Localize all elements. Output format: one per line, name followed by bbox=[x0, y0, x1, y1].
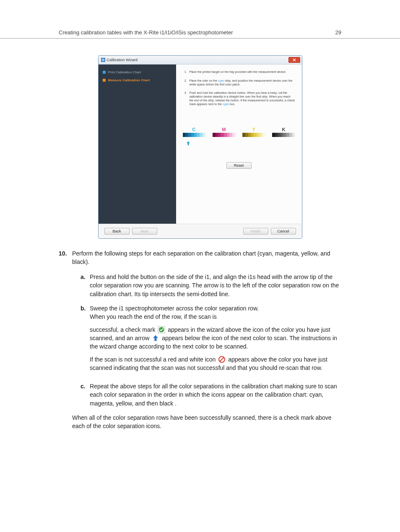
substep-text: When you reach the end of the row, if th… bbox=[90, 313, 217, 320]
instruction-text: Place the printed target on the tray pro… bbox=[190, 70, 286, 74]
substep-label: b. bbox=[81, 304, 90, 376]
instruction-item: 1. Place the printed target on the tray … bbox=[183, 70, 295, 74]
next-button[interactable]: Next bbox=[132, 228, 157, 235]
svg-line-5 bbox=[220, 357, 224, 362]
sidebar-item-print-chart[interactable]: Print Calibration Chart bbox=[103, 70, 172, 74]
strip-bar bbox=[242, 133, 265, 137]
instruction-number: 2. bbox=[183, 79, 187, 87]
sidebar-item-label: Print Calibration Chart bbox=[108, 70, 141, 74]
substep-label: c. bbox=[81, 382, 90, 408]
page-header-title: Creating calibration tables with the X-R… bbox=[59, 29, 233, 36]
titlebar: Calibration Wizard bbox=[99, 56, 302, 65]
prohibited-icon bbox=[218, 356, 226, 363]
current-strip-arrow-icon bbox=[186, 141, 295, 146]
instruction-text: Place the ruler on the cyan strip, and p… bbox=[190, 79, 295, 87]
strip-letter: Y bbox=[242, 127, 265, 132]
final-paragraph: When all of the color separation rows ha… bbox=[72, 413, 341, 431]
substep-text: If the scan is not successful a red and … bbox=[90, 356, 216, 363]
strip-cyan: C bbox=[183, 127, 205, 137]
substep-b: b. Sweep the i1 spectrophotometer across… bbox=[81, 304, 341, 376]
strip-bar bbox=[213, 133, 235, 137]
strip-bar bbox=[183, 133, 205, 137]
svg-point-3 bbox=[159, 327, 164, 332]
strip-letter: C bbox=[183, 127, 205, 132]
sidebar-item-measure-chart[interactable]: Measure Calibration Chart bbox=[103, 78, 172, 82]
step-10: 10. Perform the following steps for each… bbox=[59, 250, 341, 436]
strip-letter: K bbox=[272, 127, 295, 132]
substep-label: a. bbox=[81, 273, 90, 298]
instruction-number: 1. bbox=[183, 70, 187, 74]
step-number: 10. bbox=[59, 250, 72, 436]
color-strip-row: C M Y bbox=[183, 127, 295, 137]
arrow-up-icon bbox=[152, 334, 159, 342]
sidebar-item-label: Measure Calibration Chart bbox=[108, 78, 150, 82]
finish-button[interactable]: Finish bbox=[243, 228, 268, 235]
close-icon bbox=[293, 58, 296, 62]
strip-magenta: M bbox=[213, 127, 235, 137]
calibration-wizard-window: Calibration Wizard Print Calibration Cha… bbox=[98, 55, 302, 239]
wizard-footer: Back Next Finish Cancel bbox=[99, 224, 302, 238]
strip-black: K bbox=[272, 127, 295, 137]
wizard-main-panel: 1. Place the printed target on the tray … bbox=[176, 65, 302, 224]
step-text: Perform the following steps for each sep… bbox=[72, 250, 341, 266]
cancel-button[interactable]: Cancel bbox=[271, 228, 296, 235]
step-marker-icon bbox=[103, 71, 106, 74]
window-title: Calibration Wizard bbox=[107, 58, 288, 62]
substep-text: Sweep the i1 spectrophotometer across th… bbox=[90, 305, 259, 312]
back-button[interactable]: Back bbox=[104, 228, 130, 235]
reset-button[interactable]: Reset bbox=[226, 162, 252, 169]
strip-bar bbox=[272, 133, 295, 137]
svg-rect-1 bbox=[102, 59, 104, 61]
strip-yellow: Y bbox=[242, 127, 265, 137]
substep-text: Press and hold the button on the side of… bbox=[90, 273, 341, 298]
strip-letter: M bbox=[213, 127, 235, 132]
instruction-text: Push and hold the calibration device but… bbox=[190, 91, 295, 106]
substep-a: a. Press and hold the button on the side… bbox=[81, 273, 341, 298]
app-icon bbox=[101, 58, 105, 62]
instruction-item: 2. Place the ruler on the cyan strip, an… bbox=[183, 79, 295, 87]
wizard-sidebar: Print Calibration Chart Measure Calibrat… bbox=[99, 65, 176, 224]
check-mark-icon bbox=[158, 326, 165, 333]
instruction-item: 3. Push and hold the calibration device … bbox=[183, 91, 295, 106]
substep-text: Repeat the above steps for all the color… bbox=[90, 382, 341, 408]
page-number: 29 bbox=[335, 29, 341, 36]
close-button[interactable] bbox=[288, 57, 300, 63]
substep-text: successful, a check mark bbox=[90, 326, 155, 333]
step-marker-icon bbox=[103, 79, 106, 82]
instruction-list: 1. Place the printed target on the tray … bbox=[183, 70, 295, 111]
substep-c: c. Repeat the above steps for all the co… bbox=[81, 382, 341, 408]
instruction-number: 3. bbox=[183, 91, 187, 106]
